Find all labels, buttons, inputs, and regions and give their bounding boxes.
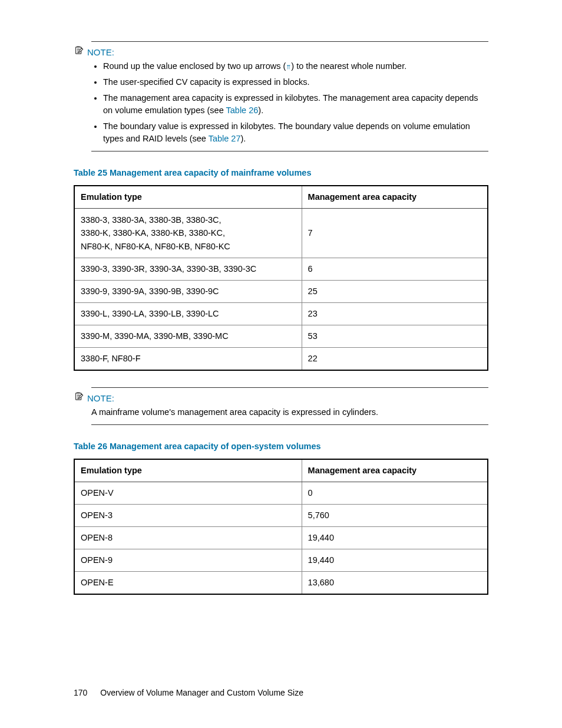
table-row: OPEN-3 5,760 — [74, 505, 488, 527]
cell-line: 3380-K, 3380-KA, 3380-KB, 3380-KC, — [81, 228, 225, 238]
note-body: A mainframe volume's management area cap… — [91, 406, 488, 419]
bullet-text: The user-specified CV capacity is expres… — [103, 77, 310, 87]
table-caption: Table 25 Management area capacity of mai… — [74, 167, 488, 179]
note-bullet-item: The user-specified CV capacity is expres… — [103, 76, 488, 88]
note-rule-bottom — [91, 424, 488, 425]
table-cell: 25 — [302, 281, 488, 303]
page-number: 170 — [74, 688, 87, 697]
table-link[interactable]: Table 26 — [226, 106, 259, 115]
note-label: NOTE: — [87, 392, 114, 405]
note-bullet-item: The boundary value is expressed in kilob… — [103, 120, 488, 145]
note-body: Round up the value enclosed by two up ar… — [91, 60, 488, 145]
cell-line: 3380-3, 3380-3A, 3380-3B, 3380-3C, — [81, 215, 222, 225]
table-cell: 5,760 — [302, 505, 488, 527]
table-cell: 6 — [302, 258, 488, 281]
table-cell: 3390-M, 3390-MA, 3390-MB, 3390-MC — [74, 325, 302, 348]
table-row: OPEN-9 19,440 — [74, 549, 488, 572]
table-cell: OPEN-V — [74, 482, 302, 505]
table-cell: 3390-3, 3390-3R, 3390-3A, 3390-3B, 3390-… — [74, 258, 302, 281]
table-row: 3380-3, 3380-3A, 3380-3B, 3380-3C, 3380-… — [74, 208, 488, 258]
bullet-text-post: ). — [240, 134, 246, 143]
table-cell: OPEN-3 — [74, 505, 302, 527]
bullet-text-pre: The boundary value is expressed in kilob… — [103, 121, 470, 143]
table-header-cell: Emulation type — [74, 186, 302, 209]
note-header: NOTE: — [74, 391, 488, 405]
table-cell: 13,680 — [302, 572, 488, 595]
table-cell: 53 — [302, 325, 488, 348]
table-row: OPEN-E 13,680 — [74, 572, 488, 595]
table-cell: OPEN-8 — [74, 527, 302, 549]
note-text: A mainframe volume's management area cap… — [91, 407, 378, 417]
up-arrows-icon: ↑↑ — [286, 62, 291, 71]
table-26: Emulation type Management area capacity … — [74, 459, 488, 595]
page-footer: 170 Overview of Volume Manager and Custo… — [74, 687, 303, 699]
table-cell: 3390-L, 3390-LA, 3390-LB, 3390-LC — [74, 303, 302, 325]
table-header-row: Emulation type Management area capacity — [74, 459, 488, 482]
table-caption: Table 26 Management area capacity of ope… — [74, 440, 488, 453]
table-row: 3390-9, 3390-9A, 3390-9B, 3390-9C 25 — [74, 281, 488, 303]
table-row: 3390-L, 3390-LA, 3390-LB, 3390-LC 23 — [74, 303, 488, 325]
note-header: NOTE: — [74, 45, 488, 59]
bullet-text-post: ). — [258, 106, 263, 115]
note-rule-top — [91, 387, 488, 388]
table-header-cell: Management area capacity — [302, 459, 488, 482]
table-header-cell: Management area capacity — [302, 186, 488, 209]
table-header-cell: Emulation type — [74, 459, 302, 482]
note-block-1: NOTE: Round up the value enclosed by two… — [74, 41, 488, 151]
table-cell: 0 — [302, 482, 488, 505]
note-rule-top — [91, 41, 488, 42]
table-header-row: Emulation type Management area capacity — [74, 186, 488, 209]
table-cell: 19,440 — [302, 549, 488, 572]
bullet-text-post: ) to the nearest whole number. — [291, 61, 406, 71]
footer-title: Overview of Volume Manager and Custom Vo… — [100, 688, 303, 697]
table-row: OPEN-V 0 — [74, 482, 488, 505]
note-block-2: NOTE: A mainframe volume's management ar… — [74, 387, 488, 425]
bullet-text-pre: The management area capacity is expresse… — [103, 93, 478, 115]
note-icon — [74, 45, 84, 59]
note-icon — [74, 391, 84, 405]
cell-line: NF80-K, NF80-KA, NF80-KB, NF80-KC — [81, 242, 230, 251]
table-row: 3390-M, 3390-MA, 3390-MB, 3390-MC 53 — [74, 325, 488, 348]
note-bullet-list: Round up the value enclosed by two up ar… — [91, 60, 488, 145]
table-cell: 23 — [302, 303, 488, 325]
table-link[interactable]: Table 27 — [209, 134, 241, 143]
note-bullet-item: Round up the value enclosed by two up ar… — [103, 60, 488, 73]
document-page: NOTE: Round up the value enclosed by two… — [0, 0, 562, 728]
table-25: Emulation type Management area capacity … — [74, 185, 488, 371]
table-row: 3390-3, 3390-3R, 3390-3A, 3390-3B, 3390-… — [74, 258, 488, 281]
table-cell: 19,440 — [302, 527, 488, 549]
note-label: NOTE: — [87, 46, 114, 59]
table-cell: OPEN-E — [74, 572, 302, 595]
table-row: 3380-F, NF80-F 22 — [74, 348, 488, 371]
table-cell: 3380-F, NF80-F — [74, 348, 302, 371]
table-cell: 22 — [302, 348, 488, 371]
table-cell: 3390-9, 3390-9A, 3390-9B, 3390-9C — [74, 281, 302, 303]
bullet-text-pre: Round up the value enclosed by two up ar… — [103, 61, 286, 71]
table-cell: 3380-3, 3380-3A, 3380-3B, 3380-3C, 3380-… — [74, 208, 302, 258]
note-rule-bottom — [91, 151, 488, 151]
table-row: OPEN-8 19,440 — [74, 527, 488, 549]
table-cell: 7 — [302, 208, 488, 258]
note-bullet-item: The management area capacity is expresse… — [103, 92, 488, 117]
table-cell: OPEN-9 — [74, 549, 302, 572]
